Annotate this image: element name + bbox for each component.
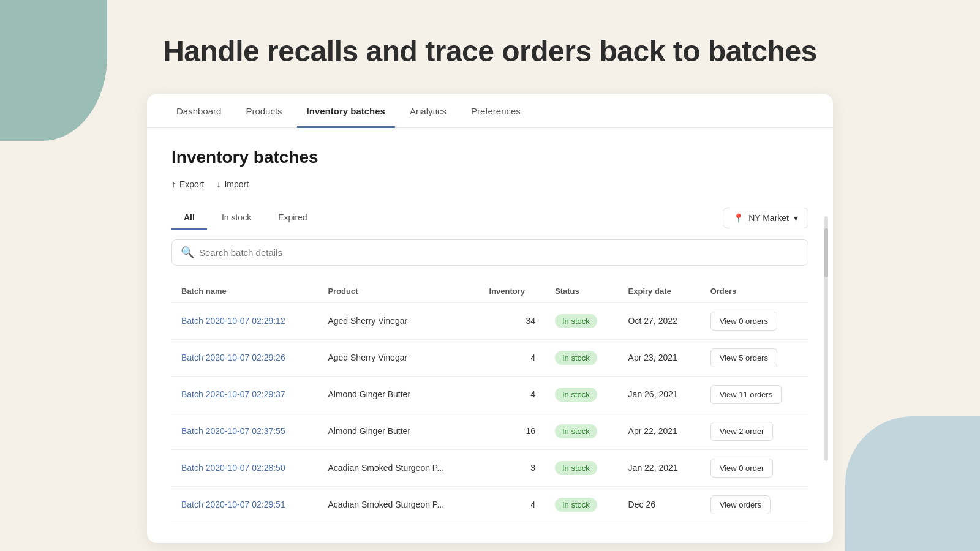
cell-orders: View 5 orders — [701, 339, 809, 376]
cell-inventory: 16 — [480, 413, 545, 449]
batch-name-link[interactable]: Batch 2020-10-07 02:28:50 — [181, 463, 285, 473]
main-card: Dashboard Products Inventory batches Ana… — [147, 94, 833, 543]
tab-preferences[interactable]: Preferences — [461, 94, 530, 128]
cell-status: In stock — [545, 413, 619, 449]
location-selector[interactable]: 📍 NY Market ▾ — [723, 208, 809, 228]
location-icon: 📍 — [733, 213, 744, 223]
batch-name-link[interactable]: Batch 2020-10-07 02:29:37 — [181, 389, 285, 399]
cell-inventory: 34 — [480, 302, 545, 340]
cell-batch-name: Batch 2020-10-07 02:29:51 — [172, 486, 318, 523]
cell-batch-name: Batch 2020-10-07 02:29:26 — [172, 339, 318, 376]
search-icon: 🔍 — [181, 246, 194, 259]
col-header-batch-name: Batch name — [172, 280, 318, 302]
cell-expiry-date: Jan 22, 2021 — [619, 449, 701, 486]
batch-name-link[interactable]: Batch 2020-10-07 02:29:26 — [181, 353, 285, 362]
view-orders-button[interactable]: View 0 orders — [710, 312, 777, 331]
import-icon: ↓ — [216, 179, 221, 189]
cell-inventory: 3 — [480, 449, 545, 486]
status-badge: In stock — [555, 498, 597, 512]
cell-product: Almond Ginger Butter — [318, 413, 479, 449]
cell-status: In stock — [545, 486, 619, 523]
col-header-expiry-date: Expiry date — [619, 280, 701, 302]
cell-expiry-date: Dec 26 — [619, 486, 701, 523]
status-badge: In stock — [555, 388, 597, 402]
cell-batch-name: Batch 2020-10-07 02:37:55 — [172, 413, 318, 449]
status-badge: In stock — [555, 461, 597, 475]
table-header-row: Batch name Product Inventory Status Expi… — [172, 280, 809, 302]
batch-name-link[interactable]: Batch 2020-10-07 02:29:12 — [181, 316, 285, 326]
table-row: Batch 2020-10-07 02:29:51 Acadian Smoked… — [172, 486, 809, 523]
status-badge: In stock — [555, 424, 597, 438]
cell-inventory: 4 — [480, 376, 545, 413]
view-orders-button[interactable]: View 2 order — [710, 422, 774, 441]
decorative-shape-bottom-right — [845, 416, 980, 551]
cell-product: Aged Sherry Vinegar — [318, 339, 479, 376]
col-header-orders: Orders — [701, 280, 809, 302]
cell-orders: View 0 order — [701, 449, 809, 486]
col-header-inventory: Inventory — [480, 280, 545, 302]
filter-tab-all[interactable]: All — [172, 206, 207, 230]
filter-bar: All In stock Expired 📍 NY Market ▾ — [172, 206, 809, 230]
tab-products[interactable]: Products — [236, 94, 292, 128]
export-button[interactable]: ↑ Export — [172, 177, 204, 192]
tab-dashboard[interactable]: Dashboard — [167, 94, 231, 128]
table-row: Batch 2020-10-07 02:29:26 Aged Sherry Vi… — [172, 339, 809, 376]
export-icon: ↑ — [172, 179, 176, 189]
batch-table: Batch name Product Inventory Status Expi… — [172, 280, 809, 523]
cell-orders: View 0 orders — [701, 302, 809, 340]
view-orders-button[interactable]: View 5 orders — [710, 348, 777, 367]
scrollbar-thumb[interactable] — [824, 228, 828, 277]
nav-tabs: Dashboard Products Inventory batches Ana… — [147, 94, 833, 128]
import-button[interactable]: ↓ Import — [216, 177, 249, 192]
col-header-status: Status — [545, 280, 619, 302]
table-row: Batch 2020-10-07 02:37:55 Almond Ginger … — [172, 413, 809, 449]
scrollbar-track[interactable] — [824, 216, 828, 461]
cell-expiry-date: Apr 22, 2021 — [619, 413, 701, 449]
cell-product: Acadian Smoked Sturgeon P... — [318, 449, 479, 486]
batch-name-link[interactable]: Batch 2020-10-07 02:37:55 — [181, 426, 285, 436]
page-content: Inventory batches ↑ Export ↓ Import All … — [147, 128, 833, 543]
cell-inventory: 4 — [480, 339, 545, 376]
cell-product: Acadian Smoked Sturgeon P... — [318, 486, 479, 523]
status-badge: In stock — [555, 314, 597, 328]
filter-tab-in-stock[interactable]: In stock — [209, 206, 263, 230]
filter-tab-expired[interactable]: Expired — [266, 206, 319, 230]
hero-heading: Handle recalls and trace orders back to … — [0, 0, 980, 94]
table-row: Batch 2020-10-07 02:29:37 Almond Ginger … — [172, 376, 809, 413]
cell-expiry-date: Apr 23, 2021 — [619, 339, 701, 376]
cell-orders: View 11 orders — [701, 376, 809, 413]
cell-orders: View 2 order — [701, 413, 809, 449]
toolbar: ↑ Export ↓ Import — [172, 177, 809, 192]
cell-batch-name: Batch 2020-10-07 02:28:50 — [172, 449, 318, 486]
table-row: Batch 2020-10-07 02:28:50 Acadian Smoked… — [172, 449, 809, 486]
cell-status: In stock — [545, 449, 619, 486]
cell-product: Aged Sherry Vinegar — [318, 302, 479, 340]
filter-tabs: All In stock Expired — [172, 206, 320, 230]
cell-inventory: 4 — [480, 486, 545, 523]
tab-analytics[interactable]: Analytics — [400, 94, 456, 128]
search-input[interactable] — [172, 240, 808, 265]
tab-inventory-batches[interactable]: Inventory batches — [297, 94, 395, 128]
chevron-down-icon: ▾ — [794, 213, 798, 223]
cell-batch-name: Batch 2020-10-07 02:29:12 — [172, 302, 318, 340]
cell-orders: View orders — [701, 486, 809, 523]
table-body: Batch 2020-10-07 02:29:12 Aged Sherry Vi… — [172, 302, 809, 523]
batch-name-link[interactable]: Batch 2020-10-07 02:29:51 — [181, 500, 285, 509]
view-orders-button[interactable]: View 11 orders — [710, 385, 782, 404]
cell-expiry-date: Jan 26, 2021 — [619, 376, 701, 413]
cell-status: In stock — [545, 376, 619, 413]
cell-product: Almond Ginger Butter — [318, 376, 479, 413]
cell-status: In stock — [545, 302, 619, 340]
cell-expiry-date: Oct 27, 2022 — [619, 302, 701, 340]
status-badge: In stock — [555, 351, 597, 365]
col-header-product: Product — [318, 280, 479, 302]
cell-batch-name: Batch 2020-10-07 02:29:37 — [172, 376, 318, 413]
page-title: Inventory batches — [172, 148, 809, 167]
search-box: 🔍 — [172, 239, 809, 266]
view-orders-button[interactable]: View 0 order — [710, 459, 774, 478]
view-orders-button[interactable]: View orders — [710, 495, 771, 514]
table-row: Batch 2020-10-07 02:29:12 Aged Sherry Vi… — [172, 302, 809, 340]
cell-status: In stock — [545, 339, 619, 376]
